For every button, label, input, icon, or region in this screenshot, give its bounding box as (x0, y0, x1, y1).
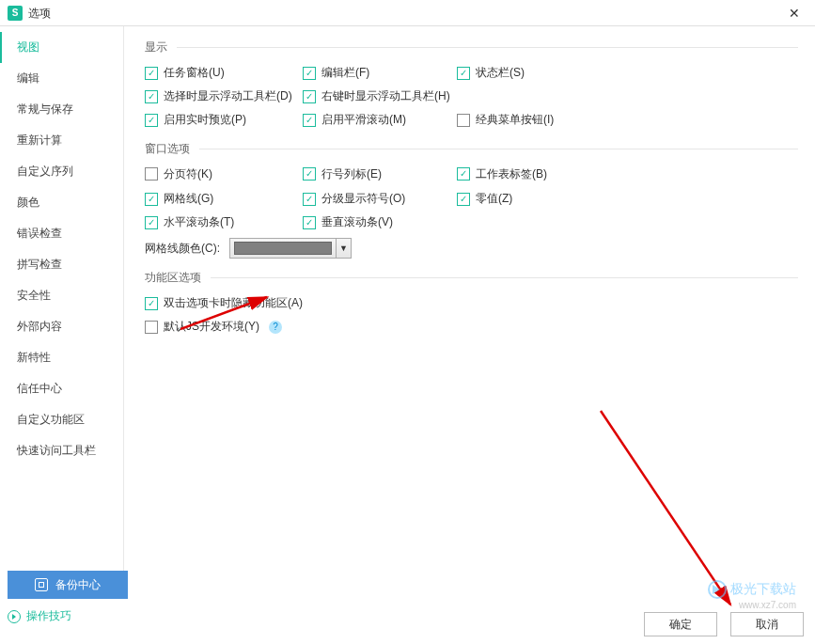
checkbox-label: 水平滚动条(T) (164, 214, 234, 230)
sidebar-item-12[interactable]: 自定义功能区 (0, 404, 123, 435)
checkbox-label: 启用平滑滚动(M) (321, 112, 406, 128)
checkbox-box (303, 67, 316, 80)
sidebar-item-7[interactable]: 拼写检查 (0, 249, 123, 280)
checkbox-box (145, 321, 158, 334)
grid-color-label: 网格线颜色(C): (145, 241, 220, 257)
display-opt-2-0[interactable]: 启用实时预览(P) (145, 112, 246, 128)
checkbox-label: 工作表标签(B) (476, 166, 547, 182)
checkbox-box (303, 114, 316, 127)
section-window: 窗口选项 分页符(K)行号列标(E)工作表标签(B)网格线(G)分级显示符号(O… (145, 141, 798, 259)
section-title-display: 显示 (145, 39, 798, 55)
checkbox-box (145, 114, 158, 127)
sidebar-item-1[interactable]: 编辑 (0, 63, 123, 94)
checkbox-label: 零值(Z) (476, 191, 512, 207)
sidebar-item-8[interactable]: 安全性 (0, 280, 123, 311)
checkbox-label: 启用实时预览(P) (164, 112, 246, 128)
window-opt-2-0[interactable]: 水平滚动条(T) (145, 214, 234, 230)
sidebar-item-13[interactable]: 快速访问工具栏 (0, 435, 123, 466)
play-icon (8, 610, 21, 623)
window-opt-0-0[interactable]: 分页符(K) (145, 166, 212, 182)
titlebar: S 选项 ✕ (0, 0, 815, 26)
checkbox-label: 状态栏(S) (476, 65, 525, 81)
checkbox-label: 网格线(G) (164, 191, 213, 207)
sidebar-item-11[interactable]: 信任中心 (0, 373, 123, 404)
display-opt-0-1[interactable]: 编辑栏(F) (303, 65, 369, 81)
window-opt-2-1[interactable]: 垂直滚动条(V) (303, 214, 393, 230)
checkbox-label: 垂直滚动条(V) (321, 214, 393, 230)
checkbox-box (145, 67, 158, 80)
section-title-window: 窗口选项 (145, 141, 798, 157)
sidebar-item-10[interactable]: 新特性 (0, 342, 123, 373)
checkbox-label: 行号列标(E) (321, 166, 382, 182)
display-opt-1-1[interactable]: 右键时显示浮动工具栏(H) (303, 88, 450, 104)
section-ribbon: 功能区选项 双击选项卡时隐藏功能区(A)默认JS开发环境(Y)? (145, 270, 798, 335)
checkbox-label: 右键时显示浮动工具栏(H) (321, 88, 450, 104)
checkbox-box (145, 297, 158, 310)
checkbox-box (303, 167, 316, 181)
checkbox-box (457, 67, 470, 80)
checkbox-label: 分级显示符号(O) (321, 191, 405, 207)
grid-color-swatch (234, 242, 332, 255)
section-display: 显示 任务窗格(U)编辑栏(F)状态栏(S)选择时显示浮动工具栏(D)右键时显示… (145, 39, 798, 130)
sidebar-item-6[interactable]: 错误检查 (0, 218, 123, 249)
checkbox-label: 默认JS开发环境(Y) (164, 319, 259, 335)
sidebar-item-4[interactable]: 自定义序列 (0, 156, 123, 187)
dialog-title: 选项 (28, 0, 51, 26)
backup-label: 备份中心 (55, 577, 101, 593)
window-opt-0-2[interactable]: 工作表标签(B) (457, 166, 547, 182)
display-opt-1-0[interactable]: 选择时显示浮动工具栏(D) (145, 88, 292, 104)
checkbox-box (457, 193, 470, 206)
main-panel: 显示 任务窗格(U)编辑栏(F)状态栏(S)选择时显示浮动工具栏(D)右键时显示… (124, 26, 815, 595)
checkbox-label: 选择时显示浮动工具栏(D) (164, 88, 292, 104)
checkbox-box (457, 114, 470, 127)
checkbox-label: 分页符(K) (164, 166, 212, 182)
window-opt-1-1[interactable]: 分级显示符号(O) (303, 191, 405, 207)
ok-button[interactable]: 确定 (644, 612, 717, 636)
tips-label: 操作技巧 (26, 608, 71, 624)
window-opt-0-1[interactable]: 行号列标(E) (303, 166, 382, 182)
display-opt-2-1[interactable]: 启用平滑滚动(M) (303, 112, 406, 128)
sidebar-item-5[interactable]: 颜色 (0, 187, 123, 218)
checkbox-box (145, 167, 158, 181)
grid-color-picker[interactable]: ▼ (229, 238, 352, 259)
checkbox-label: 经典菜单按钮(I) (476, 112, 554, 128)
close-icon[interactable]: ✕ (781, 0, 807, 26)
display-opt-0-2[interactable]: 状态栏(S) (457, 65, 525, 81)
checkbox-box (145, 216, 158, 229)
ribbon-opt-1[interactable]: 默认JS开发环境(Y)? (145, 319, 282, 335)
display-opt-2-2[interactable]: 经典菜单按钮(I) (457, 112, 554, 128)
checkbox-box (145, 193, 158, 206)
app-icon: S (8, 6, 23, 21)
checkbox-label: 编辑栏(F) (321, 65, 369, 81)
window-opt-1-2[interactable]: 零值(Z) (457, 191, 512, 207)
sidebar-item-2[interactable]: 常规与保存 (0, 94, 123, 125)
display-opt-0-0[interactable]: 任务窗格(U) (145, 65, 225, 81)
checkbox-box (303, 90, 316, 103)
bottom-bar: 备份中心 操作技巧 确定 取消 (8, 571, 807, 636)
checkbox-label: 双击选项卡时隐藏功能区(A) (164, 295, 303, 311)
chevron-down-icon: ▼ (336, 239, 351, 258)
checkbox-box (145, 90, 158, 103)
backup-icon (35, 578, 48, 591)
sidebar-item-9[interactable]: 外部内容 (0, 311, 123, 342)
checkbox-label: 任务窗格(U) (164, 65, 225, 81)
checkbox-box (303, 193, 316, 206)
ribbon-opt-0[interactable]: 双击选项卡时隐藏功能区(A) (145, 295, 303, 311)
sidebar: 视图编辑常规与保存重新计算自定义序列颜色错误检查拼写检查安全性外部内容新特性信任… (0, 26, 124, 595)
cancel-button[interactable]: 取消 (730, 612, 804, 636)
backup-center-button[interactable]: 备份中心 (8, 571, 128, 599)
checkbox-box (303, 216, 316, 229)
sidebar-item-0[interactable]: 视图 (0, 32, 123, 63)
checkbox-box (457, 167, 470, 181)
sidebar-item-3[interactable]: 重新计算 (0, 125, 123, 156)
window-opt-1-0[interactable]: 网格线(G) (145, 191, 213, 207)
help-icon[interactable]: ? (269, 321, 282, 334)
section-title-ribbon: 功能区选项 (145, 270, 798, 286)
